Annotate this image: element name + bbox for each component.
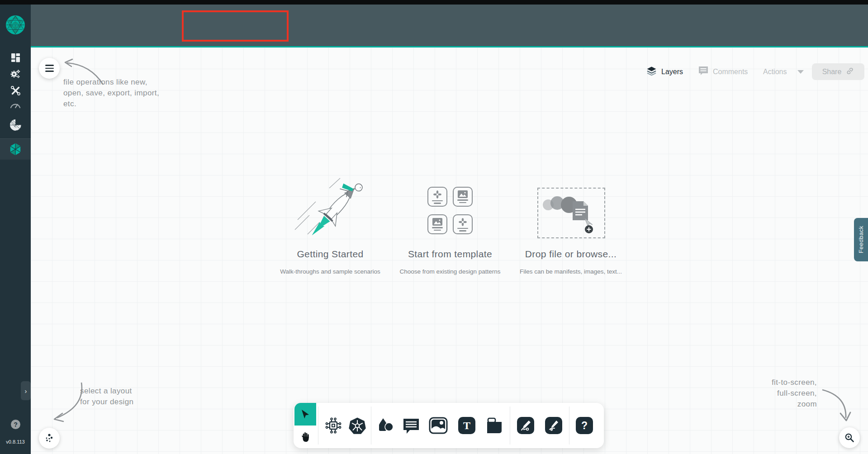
template-tile-image-icon — [453, 187, 473, 207]
toolbar-divider — [510, 407, 510, 445]
sidebar-collapse-toggle[interactable]: › — [21, 381, 31, 400]
text-tool-icon: T — [458, 417, 475, 434]
select-tool[interactable] — [294, 403, 316, 426]
zoom-annotation: fit-to-screen, full-screen, zoom — [726, 377, 817, 410]
layers-icon — [646, 66, 657, 78]
configuration-tools-icon[interactable] — [0, 84, 31, 97]
image-tool-icon — [429, 417, 448, 434]
layout-annotation: select a layout for your design — [80, 386, 133, 407]
template-tile-spiral-icon — [453, 214, 473, 234]
help-question-icon: ? — [576, 417, 593, 434]
sidebar-item-kanvas[interactable] — [0, 141, 31, 157]
menu-icon — [45, 65, 54, 72]
help-icon[interactable]: ? — [11, 420, 20, 429]
toolbar-divider — [569, 407, 569, 445]
card-title[interactable]: Getting Started — [276, 249, 384, 260]
actions-menu[interactable]: Actions — [763, 63, 804, 80]
chevron-right-icon: › — [25, 387, 27, 395]
comment-icon — [698, 66, 709, 78]
performance-gauge-icon[interactable] — [0, 99, 31, 111]
pan-hand-icon — [300, 431, 311, 443]
text-tool[interactable]: T — [457, 416, 477, 435]
share-button[interactable]: Share — [812, 63, 864, 80]
file-ops-annotation: file operations like new, open, save, ex… — [63, 77, 159, 109]
layers-toggle[interactable]: Layers — [646, 63, 683, 80]
getting-started-card[interactable] — [289, 176, 375, 249]
link-icon — [846, 67, 854, 77]
caret-down-icon — [797, 68, 804, 76]
card-subtitle: Walk-throughs and sample scenarios — [269, 268, 391, 275]
lifecycle-gears-icon[interactable] — [0, 68, 31, 80]
layout-dots-icon — [44, 433, 54, 443]
drop-file-zone[interactable] — [537, 188, 605, 238]
freehand-draw-tool[interactable] — [544, 416, 564, 435]
annotation-arrow — [820, 385, 856, 426]
toolbar-divider — [371, 407, 371, 445]
extensions-sphere-icon[interactable] — [0, 117, 31, 132]
section-tool[interactable] — [484, 416, 505, 435]
freehand-pencil-icon — [545, 417, 562, 434]
pan-tool[interactable] — [294, 426, 316, 448]
toolbar-help[interactable]: ? — [574, 416, 594, 435]
feedback-tab[interactable]: Feedback — [854, 218, 868, 261]
version-label: v0.8.113 — [0, 439, 31, 445]
card-title[interactable]: Start from template — [400, 249, 500, 260]
card-subtitle: Choose from existing design patterns — [394, 268, 507, 275]
edge-pen-tool[interactable] — [516, 416, 536, 435]
meshery-logo-icon[interactable] — [0, 14, 31, 35]
drop-file-icon — [538, 189, 604, 237]
kubernetes-tool[interactable] — [347, 416, 368, 435]
template-tile-spiral-icon — [427, 187, 447, 207]
dashboard-icon[interactable] — [0, 51, 31, 64]
zoom-in-icon — [844, 433, 854, 443]
app-header — [31, 5, 868, 47]
card-title[interactable]: Drop file or browse... — [521, 249, 621, 260]
card-subtitle: Files can be manifests, images, text... — [517, 268, 625, 275]
shapes-tool[interactable] — [375, 416, 395, 435]
rocket-illustration-icon — [289, 176, 375, 249]
tools-toolbar: T — [294, 403, 604, 448]
toolbar-divider — [318, 407, 318, 445]
file-menu-button[interactable] — [39, 58, 60, 79]
image-tool[interactable] — [427, 416, 449, 435]
kubernetes-icon — [348, 417, 366, 435]
layout-select-button[interactable] — [39, 428, 60, 449]
comments-toggle[interactable]: Comments — [698, 63, 748, 80]
tab-shape-icon — [485, 417, 503, 434]
start-from-template-card[interactable] — [427, 187, 473, 236]
zoom-button[interactable] — [839, 427, 860, 448]
annotation-text-icon — [402, 417, 420, 434]
template-tile-image-icon — [427, 214, 447, 234]
cursor-tool-icon — [300, 409, 310, 420]
kanvas-app: › ? v0.8.113 KANVAS — [0, 0, 868, 454]
comment-tool[interactable] — [401, 416, 422, 435]
shapes-tool-icon — [377, 417, 394, 434]
edge-pen-icon — [517, 417, 534, 434]
component-chip-icon — [325, 417, 342, 434]
window-top-strip — [0, 0, 868, 5]
component-tool[interactable] — [323, 416, 343, 435]
